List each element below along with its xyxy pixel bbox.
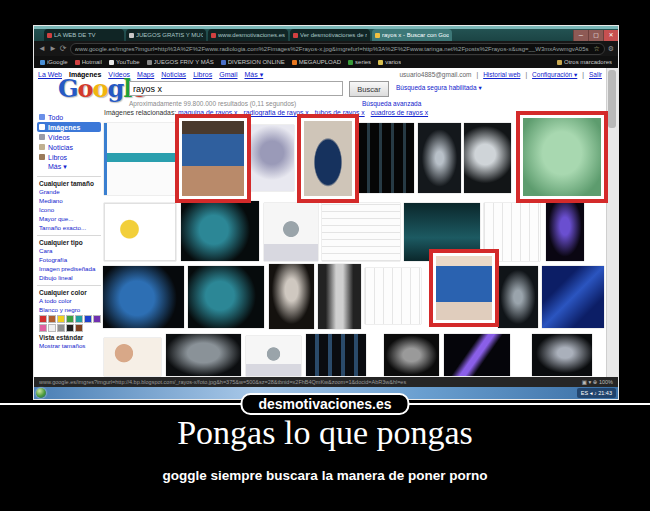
image-result[interactable]: [532, 334, 592, 376]
start-button[interactable]: [36, 388, 46, 398]
sidebar-item-noticias[interactable]: Noticias: [37, 142, 101, 152]
image-result[interactable]: [498, 266, 538, 328]
bookmark-item[interactable]: YouTube: [109, 59, 140, 65]
sidebar-item-todo[interactable]: Todo: [37, 112, 101, 122]
highlighted-image-result[interactable]: [304, 121, 352, 196]
image-result[interactable]: [306, 334, 366, 376]
related-search-link[interactable]: maquina de rayos x: [178, 109, 237, 116]
filter-link[interactable]: Imagen prediseñada: [39, 265, 101, 272]
highlighted-image-result[interactable]: [436, 256, 492, 320]
filter-link[interactable]: Mediano: [39, 197, 101, 204]
image-result[interactable]: [546, 201, 584, 261]
bookmark-item[interactable]: JUEGOS FRIV Y MÁS: [147, 59, 214, 65]
bookmark-item[interactable]: DIVERSION ONLINE: [221, 59, 285, 65]
sidebar-item-imgenes[interactable]: Imágenes: [37, 122, 101, 132]
filter-link[interactable]: Blanco y negro: [39, 306, 101, 313]
bookmark-item[interactable]: iGoogle: [40, 59, 68, 65]
top-nav-link[interactable]: Gmail: [219, 71, 237, 79]
page-scrollbar[interactable]: [606, 68, 618, 377]
sidebar-item-libros[interactable]: Libros: [37, 152, 101, 162]
top-nav-link[interactable]: Más ▾: [244, 71, 263, 79]
browser-tab[interactable]: Ver desmotivaciones de ris...: [290, 29, 370, 41]
image-result[interactable]: [318, 264, 361, 329]
filter-link[interactable]: Mayor que...: [39, 215, 101, 222]
other-bookmarks[interactable]: Otros marcadores: [557, 59, 612, 65]
image-result[interactable]: [418, 123, 461, 193]
reload-icon[interactable]: ⟳: [60, 44, 67, 54]
color-swatch[interactable]: [66, 324, 74, 332]
bookmark-star-icon[interactable]: ☆: [593, 45, 599, 53]
browser-tab[interactable]: www.desmotivaciones.es: [208, 29, 288, 41]
image-result[interactable]: [104, 338, 161, 376]
browser-tab[interactable]: rayos x - Buscar con Goo...: [372, 29, 452, 41]
image-result[interactable]: [103, 266, 184, 328]
bookmark-item[interactable]: varios: [378, 59, 401, 65]
filter-link[interactable]: Tamaño exacto...: [39, 224, 101, 231]
image-result[interactable]: [444, 334, 510, 376]
bookmark-item[interactable]: Hotmail: [75, 59, 102, 65]
status-zoom-controls[interactable]: ▣ ▾ ⊕ 100%: [582, 379, 613, 385]
image-result[interactable]: [404, 203, 480, 261]
color-swatch[interactable]: [39, 324, 47, 332]
image-result[interactable]: [365, 268, 421, 324]
filter-link[interactable]: Grande: [39, 188, 101, 195]
bookmark-item[interactable]: MEGAUPLOAD: [292, 59, 341, 65]
image-result[interactable]: [542, 266, 604, 328]
account-link[interactable]: Salir: [589, 71, 602, 79]
account-link[interactable]: Historial web: [483, 71, 520, 79]
top-nav-link[interactable]: Noticias: [161, 71, 186, 79]
highlighted-image-result[interactable]: [182, 121, 244, 196]
image-result[interactable]: [104, 123, 190, 195]
sidebar-item-vdeos[interactable]: Vídeos: [37, 132, 101, 142]
url-field[interactable]: www.google.es/imgres?imgurl=http%3A%2F%2…: [70, 43, 605, 55]
image-result[interactable]: [358, 123, 414, 193]
color-swatch[interactable]: [48, 315, 56, 323]
image-result[interactable]: [104, 203, 176, 261]
image-result[interactable]: [269, 264, 314, 329]
color-swatch[interactable]: [75, 315, 83, 323]
filter-link[interactable]: Dibujo lineal: [39, 274, 101, 281]
filter-link[interactable]: A todo color: [39, 297, 101, 304]
image-result[interactable]: [250, 125, 294, 191]
color-swatch[interactable]: [75, 324, 83, 332]
color-swatch[interactable]: [84, 315, 92, 323]
related-search-link[interactable]: cuadros de rayos x: [371, 109, 428, 116]
search-input[interactable]: [129, 81, 343, 96]
related-search-link[interactable]: tubos de rayos x: [315, 109, 365, 116]
related-search-link[interactable]: radiografia de rayos x: [243, 109, 308, 116]
image-result[interactable]: [484, 203, 540, 261]
browser-tab[interactable]: LA WEB DE TV: [44, 29, 124, 41]
top-nav-link[interactable]: Libros: [193, 71, 212, 79]
highlighted-image-result[interactable]: [523, 118, 601, 196]
close-button[interactable]: ✕: [603, 30, 618, 41]
scrollbar-thumb[interactable]: [608, 70, 616, 128]
system-tray[interactable]: ES ◂ ♪ 21:43: [577, 388, 616, 398]
color-swatch[interactable]: [57, 315, 65, 323]
maximize-button[interactable]: ▢: [588, 30, 603, 41]
bookmark-item[interactable]: series: [348, 59, 371, 65]
wrench-menu-icon[interactable]: ⚙: [608, 45, 614, 53]
safesearch-link[interactable]: Búsqueda segura habilitada ▾: [396, 84, 482, 92]
color-swatch[interactable]: [93, 315, 101, 323]
back-icon[interactable]: ◄: [38, 44, 46, 54]
image-result[interactable]: [322, 203, 400, 261]
show-sizes-link[interactable]: Mostrar tamaños: [39, 342, 101, 349]
browser-tab[interactable]: JUEGOS GRATIS Y MUCHO...: [126, 29, 206, 41]
account-link[interactable]: Configuración ▾: [532, 71, 577, 79]
image-result[interactable]: [464, 123, 511, 193]
filter-link[interactable]: Icono: [39, 206, 101, 213]
search-button[interactable]: Buscar: [349, 81, 389, 97]
color-swatch[interactable]: [57, 324, 65, 332]
image-result[interactable]: [246, 336, 301, 376]
image-result[interactable]: [264, 203, 318, 261]
color-swatch[interactable]: [66, 315, 74, 323]
image-result[interactable]: [166, 334, 241, 376]
color-swatch[interactable]: [39, 315, 47, 323]
image-result[interactable]: [181, 201, 259, 261]
forward-icon[interactable]: ►: [49, 44, 57, 54]
minimize-button[interactable]: ─: [573, 30, 588, 41]
image-result[interactable]: [188, 266, 264, 328]
filter-link[interactable]: Fotografía: [39, 256, 101, 263]
sidebar-item-ms[interactable]: Más ▾: [37, 162, 101, 172]
image-result[interactable]: [384, 334, 439, 376]
